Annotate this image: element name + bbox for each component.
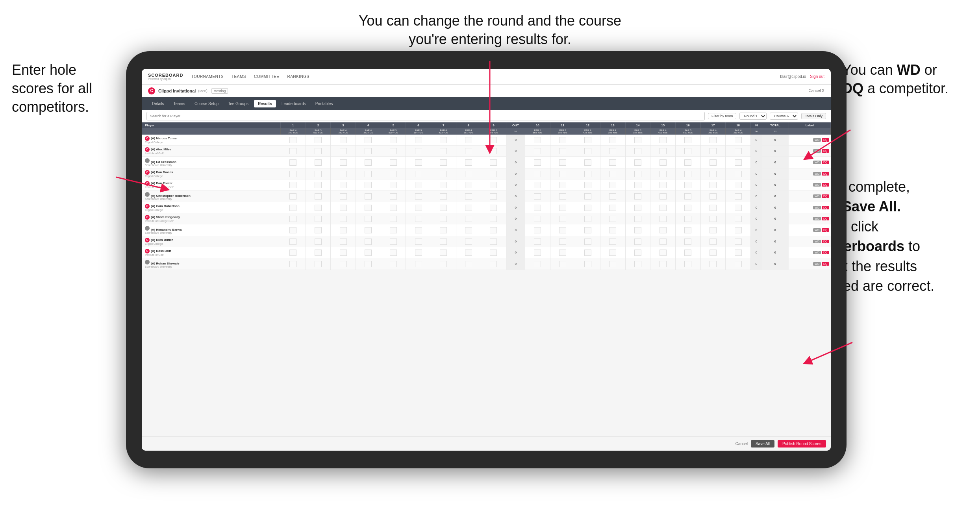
score-input-16[interactable] — [684, 137, 691, 143]
score-hole-5[interactable] — [381, 247, 406, 258]
score-input-8[interactable] — [465, 227, 472, 233]
score-hole-12[interactable] — [575, 157, 600, 168]
score-input-5[interactable] — [390, 239, 397, 245]
score-hole-14[interactable] — [625, 247, 650, 258]
score-input-8[interactable] — [465, 193, 472, 200]
score-input-4[interactable] — [365, 216, 372, 222]
score-input-2[interactable] — [315, 261, 322, 267]
score-hole-5[interactable] — [381, 157, 406, 168]
course-select[interactable]: Course A — [770, 113, 798, 120]
score-input-10[interactable] — [534, 261, 541, 267]
filter-button[interactable]: Filter by team — [708, 113, 737, 119]
score-input-17[interactable] — [710, 182, 717, 188]
score-input-1[interactable] — [289, 250, 296, 256]
score-input-1[interactable] — [289, 216, 296, 222]
score-input-16[interactable] — [684, 216, 691, 222]
score-input-8[interactable] — [465, 216, 472, 222]
score-input-4[interactable] — [365, 239, 372, 245]
score-hole-13[interactable] — [600, 258, 625, 270]
score-hole-11[interactable] — [550, 247, 575, 258]
score-input-13[interactable] — [609, 227, 616, 233]
score-input-1[interactable] — [289, 171, 296, 177]
score-input-13[interactable] — [609, 137, 616, 143]
score-input-3[interactable] — [340, 182, 347, 188]
score-hole-16[interactable] — [675, 179, 700, 190]
cancel-tournament[interactable]: Cancel X — [808, 89, 824, 93]
score-hole-6[interactable] — [406, 190, 431, 202]
score-hole-14[interactable] — [625, 179, 650, 190]
score-hole-7[interactable] — [431, 157, 456, 168]
score-input-12[interactable] — [584, 182, 591, 188]
score-input-7[interactable] — [440, 250, 447, 256]
score-hole-15[interactable] — [650, 247, 676, 258]
wd-button[interactable]: WD — [813, 228, 821, 232]
score-input-3[interactable] — [340, 261, 347, 267]
score-hole-8[interactable] — [456, 146, 481, 157]
score-hole-8[interactable] — [456, 157, 481, 168]
score-hole-13[interactable] — [600, 179, 625, 190]
score-input-14[interactable] — [634, 205, 641, 211]
wd-button[interactable]: WD — [813, 172, 821, 176]
score-hole-5[interactable] — [381, 146, 406, 157]
score-input-13[interactable] — [609, 148, 616, 154]
score-input-12[interactable] — [584, 216, 591, 222]
score-input-3[interactable] — [340, 250, 347, 256]
score-hole-6[interactable] — [406, 258, 431, 270]
score-input-1[interactable] — [289, 205, 296, 211]
score-input-18[interactable] — [735, 261, 742, 267]
score-input-6[interactable] — [415, 239, 422, 245]
score-hole-14[interactable] — [625, 213, 650, 224]
tab-teams[interactable]: Teams — [170, 100, 189, 107]
score-hole-7[interactable] — [431, 213, 456, 224]
score-hole-11[interactable] — [550, 135, 575, 146]
score-hole-1[interactable] — [280, 146, 306, 157]
score-hole-5[interactable] — [381, 190, 406, 202]
score-hole-8[interactable] — [456, 190, 481, 202]
score-input-14[interactable] — [634, 261, 641, 267]
score-input-7[interactable] — [440, 137, 447, 143]
score-input-12[interactable] — [584, 159, 591, 166]
score-hole-9[interactable] — [481, 202, 506, 213]
score-input-10[interactable] — [534, 148, 541, 154]
score-hole-7[interactable] — [431, 224, 456, 236]
score-input-15[interactable] — [660, 216, 667, 222]
score-hole-2[interactable] — [306, 202, 331, 213]
wd-button[interactable]: WD — [813, 138, 821, 142]
score-hole-11[interactable] — [550, 179, 575, 190]
score-hole-1[interactable] — [280, 168, 306, 179]
score-input-6[interactable] — [415, 182, 422, 188]
score-hole-3[interactable] — [331, 168, 356, 179]
dq-button[interactable]: DQ — [822, 161, 829, 164]
score-input-17[interactable] — [710, 216, 717, 222]
score-hole-9[interactable] — [481, 135, 506, 146]
score-input-18[interactable] — [735, 159, 742, 166]
score-hole-18[interactable] — [726, 146, 751, 157]
score-hole-13[interactable] — [600, 168, 625, 179]
score-hole-17[interactable] — [700, 258, 726, 270]
score-input-1[interactable] — [289, 261, 296, 267]
score-hole-12[interactable] — [575, 179, 600, 190]
score-hole-4[interactable] — [356, 135, 381, 146]
score-hole-13[interactable] — [600, 213, 625, 224]
score-input-14[interactable] — [634, 193, 641, 200]
score-input-17[interactable] — [710, 148, 717, 154]
score-input-7[interactable] — [440, 171, 447, 177]
score-hole-2[interactable] — [306, 213, 331, 224]
wd-button[interactable]: WD — [813, 183, 821, 187]
score-hole-16[interactable] — [675, 224, 700, 236]
score-hole-1[interactable] — [280, 190, 306, 202]
score-hole-5[interactable] — [381, 168, 406, 179]
score-hole-4[interactable] — [356, 213, 381, 224]
score-hole-10[interactable] — [525, 247, 550, 258]
score-hole-9[interactable] — [481, 258, 506, 270]
score-input-2[interactable] — [315, 227, 322, 233]
score-hole-4[interactable] — [356, 179, 381, 190]
score-input-6[interactable] — [415, 193, 422, 200]
score-hole-7[interactable] — [431, 236, 456, 247]
score-hole-11[interactable] — [550, 213, 575, 224]
score-hole-1[interactable] — [280, 135, 306, 146]
score-input-6[interactable] — [415, 227, 422, 233]
score-input-6[interactable] — [415, 171, 422, 177]
score-input-9[interactable] — [490, 182, 497, 188]
score-hole-5[interactable] — [381, 236, 406, 247]
